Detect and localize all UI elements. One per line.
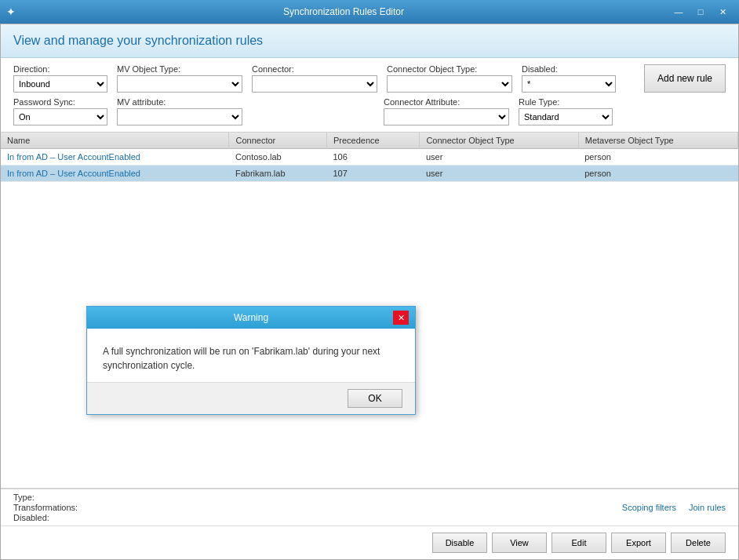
page-title: View and manage your synchronization rul… (13, 34, 726, 48)
transformations-label: Transformations: (13, 503, 78, 512)
col-connector: Connector (229, 133, 327, 149)
table-cell: person (578, 149, 737, 165)
edit-button[interactable]: Edit (552, 533, 606, 553)
table-cell: 106 (326, 149, 419, 165)
disable-button[interactable]: Disable (432, 533, 487, 553)
col-precedence: Precedence (326, 133, 419, 149)
dialog-footer: OK (87, 382, 415, 414)
table-body: In from AD – User AccountEnabledContoso.… (1, 149, 738, 182)
password-sync-select[interactable]: On Off (13, 108, 107, 125)
mv-attribute-select[interactable] (117, 108, 242, 125)
action-bar: Disable View Edit Export Delete (1, 525, 738, 559)
table-cell: person (578, 165, 737, 182)
dialog-message: A full synchronization will be run on 'F… (103, 344, 399, 373)
warning-dialog: Warning ✕ A full synchronization will be… (86, 306, 416, 415)
disabled-label: Disabled: (522, 64, 616, 74)
rule-type-select[interactable]: Standard Provisioning (519, 108, 613, 125)
dialog-title: Warning (109, 312, 393, 323)
table-cell: In from AD – User AccountEnabled (1, 149, 229, 165)
table-row[interactable]: In from AD – User AccountEnabledContoso.… (1, 149, 738, 165)
connector-attribute-label: Connector Attribute: (384, 97, 509, 107)
dialog-body: A full synchronization will be run on 'F… (87, 329, 415, 382)
view-button[interactable]: View (492, 533, 547, 553)
connector-object-type-label: Connector Object Type: (387, 64, 512, 74)
add-new-rule-button[interactable]: Add new rule (644, 64, 726, 93)
delete-button[interactable]: Delete (671, 533, 726, 553)
connector-object-type-group: Connector Object Type: (387, 64, 512, 93)
minimize-button[interactable]: — (668, 4, 689, 20)
connector-attribute-select[interactable] (384, 108, 509, 125)
bottom-info-row: Type: Transformations: Disabled: Scoping… (13, 493, 726, 522)
maximize-button[interactable]: □ (690, 4, 711, 20)
dialog-ok-button[interactable]: OK (348, 389, 402, 408)
mv-attribute-label: MV attribute: (117, 97, 242, 107)
dialog-close-button[interactable]: ✕ (393, 311, 409, 325)
type-label: Type: (13, 493, 78, 502)
title-bar: ✦ Synchronization Rules Editor — □ ✕ (0, 0, 739, 24)
table-row[interactable]: In from AD – User AccountEnabledFabrikam… (1, 165, 738, 182)
rule-type-label: Rule Type: (519, 97, 613, 107)
col-name: Name (1, 133, 229, 149)
direction-select[interactable]: Inbound Outbound (13, 75, 107, 93)
table-cell: user (420, 149, 578, 165)
mv-attribute-group: MV attribute: (117, 97, 242, 125)
connector-attribute-group: Connector Attribute: (384, 97, 509, 125)
rules-table: Name Connector Precedence Connector Obje… (1, 133, 738, 182)
connector-label: Connector: (252, 64, 377, 74)
disabled-info-label: Disabled: (13, 513, 78, 522)
bottom-links: Scoping filters Join rules (622, 503, 726, 512)
mv-object-type-select[interactable] (117, 75, 242, 93)
disabled-group: Disabled: * Yes No (522, 64, 616, 93)
scoping-filters-link[interactable]: Scoping filters (622, 503, 676, 512)
mv-object-type-label: MV Object Type: (117, 64, 242, 74)
direction-label: Direction: (13, 64, 107, 74)
window-controls: — □ ✕ (668, 4, 733, 20)
connector-select[interactable] (252, 75, 377, 93)
app-icon: ✦ (6, 5, 19, 18)
table-header-row: Name Connector Precedence Connector Obje… (1, 133, 738, 149)
table-cell: Fabrikam.lab (229, 165, 327, 182)
col-metaverse-object-type: Metaverse Object Type (578, 133, 737, 149)
page-header: View and manage your synchronization rul… (1, 24, 738, 58)
table-cell: In from AD – User AccountEnabled (1, 165, 229, 182)
filter-row-2: Password Sync: On Off MV attribute: Conn… (13, 97, 726, 125)
dialog-title-bar: Warning ✕ (87, 307, 415, 329)
filter-bar: Direction: Inbound Outbound MV Object Ty… (1, 58, 738, 133)
main-window: View and manage your synchronization rul… (0, 24, 739, 560)
col-connector-object-type: Connector Object Type (420, 133, 578, 149)
bottom-labels: Type: Transformations: Disabled: (13, 493, 78, 522)
rule-type-group: Rule Type: Standard Provisioning (519, 97, 613, 125)
join-rules-link[interactable]: Join rules (689, 503, 726, 512)
table-cell: 107 (326, 165, 419, 182)
password-sync-label: Password Sync: (13, 97, 107, 107)
filter-row-1: Direction: Inbound Outbound MV Object Ty… (13, 64, 726, 93)
window-title: Synchronization Rules Editor (19, 6, 668, 17)
connector-group: Connector: (252, 64, 377, 93)
close-button[interactable]: ✕ (712, 4, 733, 20)
table-cell: user (420, 165, 578, 182)
bottom-info: Type: Transformations: Disabled: Scoping… (1, 489, 738, 525)
password-sync-group: Password Sync: On Off (13, 97, 107, 125)
direction-group: Direction: Inbound Outbound (13, 64, 107, 93)
table-cell: Contoso.lab (229, 149, 327, 165)
export-button[interactable]: Export (611, 533, 666, 553)
connector-object-type-select[interactable] (387, 75, 512, 93)
mv-object-type-group: MV Object Type: (117, 64, 242, 93)
disabled-select[interactable]: * Yes No (522, 75, 616, 93)
